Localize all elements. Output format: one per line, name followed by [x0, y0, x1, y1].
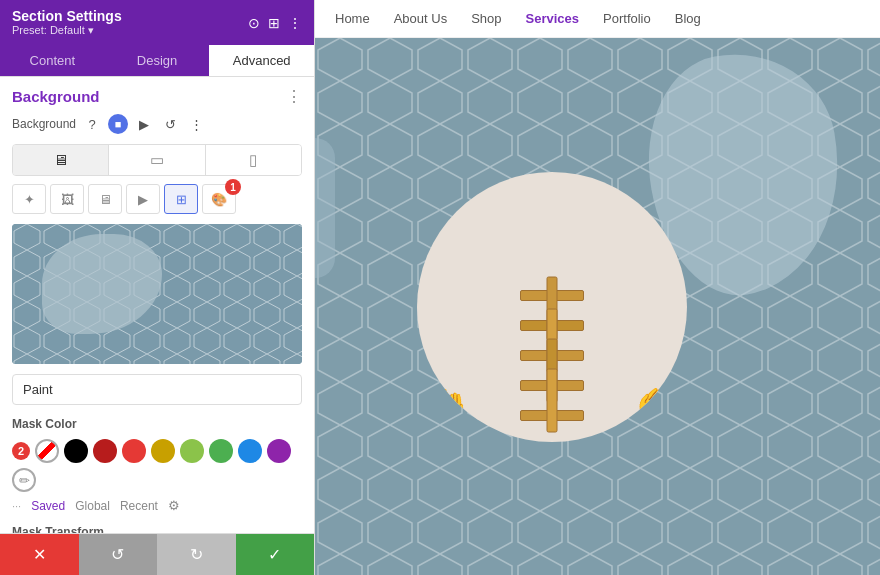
help-icon[interactable]: ?	[82, 114, 102, 134]
bg-type-selector: ✦ 🖼 🖥 ▶ ⊞ 🎨 1	[12, 184, 302, 214]
bg-type-classic[interactable]: ✦	[12, 184, 46, 214]
bottom-toolbar: ✕ ↺ ↻ ✓	[0, 533, 314, 575]
saved-link[interactable]: Saved	[31, 499, 65, 513]
device-desktop[interactable]: 🖥	[13, 145, 109, 175]
color-green[interactable]	[209, 439, 233, 463]
badge-2: 2	[12, 442, 30, 460]
background-header: Background ⋮	[12, 87, 302, 106]
color-purple[interactable]	[267, 439, 291, 463]
color-transparent[interactable]	[35, 439, 59, 463]
right-panel: Home About Us Shop Services Portfolio Bl…	[315, 0, 880, 575]
save-icon: ✓	[268, 545, 281, 564]
color-dark-red[interactable]	[93, 439, 117, 463]
mask-color-label: Mask Color	[12, 417, 302, 431]
mask-transform-label: Mask Transform	[12, 525, 302, 533]
tab-content[interactable]: Content	[0, 45, 105, 76]
color-indicator[interactable]: ■	[108, 114, 128, 134]
reset-icon[interactable]: ↺	[160, 114, 180, 134]
background-more-icon[interactable]: ⋮	[286, 87, 302, 106]
left-panel: Section Settings Preset: Default ▾ ⊙ ⊞ ⋮…	[0, 0, 315, 575]
header-icons: ⊙ ⊞ ⋮	[248, 15, 302, 31]
nav-shop[interactable]: Shop	[471, 11, 501, 26]
section-title: Section Settings	[12, 8, 122, 24]
cancel-button[interactable]: ✕	[0, 534, 79, 575]
background-preview	[12, 224, 302, 364]
device-mobile[interactable]: ▯	[206, 145, 301, 175]
dots-icon: ···	[12, 500, 21, 512]
settings-icon[interactable]: ⊙	[248, 15, 260, 31]
color-picker-icon[interactable]: ✏	[12, 468, 36, 492]
preview-content: 🤲 🤲	[315, 38, 880, 575]
badge-1: 1	[225, 179, 241, 195]
background-label: Background	[12, 117, 76, 131]
tab-advanced[interactable]: Advanced	[209, 45, 314, 76]
redo-icon: ↻	[190, 545, 203, 564]
bg-type-overlay[interactable]: 🎨 1	[202, 184, 236, 214]
background-title: Background	[12, 88, 100, 105]
background-controls: Background ? ■ ▶ ↺ ⋮	[12, 114, 302, 134]
nav-blog[interactable]: Blog	[675, 11, 701, 26]
nav-portfolio[interactable]: Portfolio	[603, 11, 651, 26]
ctrl-more-icon[interactable]: ⋮	[186, 114, 206, 134]
bg-type-slideshow[interactable]: 🖥	[88, 184, 122, 214]
tab-design[interactable]: Design	[105, 45, 210, 76]
panel-body: Background ⋮ Background ? ■ ▶ ↺ ⋮ 🖥 ▭ ▯ …	[0, 77, 314, 533]
color-black[interactable]	[64, 439, 88, 463]
saved-row: ··· Saved Global Recent ⚙	[12, 498, 302, 513]
nav-home[interactable]: Home	[335, 11, 370, 26]
bg-type-image[interactable]: 🖼	[50, 184, 84, 214]
cancel-icon: ✕	[33, 545, 46, 564]
color-blue[interactable]	[238, 439, 262, 463]
tab-bar: Content Design Advanced	[0, 45, 314, 77]
save-button[interactable]: ✓	[236, 534, 315, 575]
section-header: Section Settings Preset: Default ▾ ⊙ ⊞ ⋮	[0, 0, 314, 45]
redo-button[interactable]: ↻	[157, 534, 236, 575]
paint-select[interactable]: Paint None Blur Slide	[12, 374, 302, 405]
nav-services[interactable]: Services	[526, 11, 580, 26]
bg-type-pattern[interactable]: ⊞	[164, 184, 198, 214]
device-tablet[interactable]: ▭	[109, 145, 205, 175]
arrow-icon[interactable]: ▶	[134, 114, 154, 134]
color-yellow[interactable]	[151, 439, 175, 463]
layout-icon[interactable]: ⊞	[268, 15, 280, 31]
preset-label: Preset: Default ▾	[12, 24, 122, 37]
gear-icon[interactable]: ⚙	[168, 498, 180, 513]
color-light-green[interactable]	[180, 439, 204, 463]
top-nav: Home About Us Shop Services Portfolio Bl…	[315, 0, 880, 38]
undo-icon: ↺	[111, 545, 124, 564]
global-link[interactable]: Global	[75, 499, 110, 513]
color-swatches-row: 2 ✏	[12, 439, 302, 492]
device-selector: 🖥 ▭ ▯	[12, 144, 302, 176]
jenga-scene: 🤲 🤲	[417, 172, 687, 442]
undo-button[interactable]: ↺	[79, 534, 158, 575]
bg-type-video[interactable]: ▶	[126, 184, 160, 214]
color-red[interactable]	[122, 439, 146, 463]
recent-link[interactable]: Recent	[120, 499, 158, 513]
more-icon[interactable]: ⋮	[288, 15, 302, 31]
nav-about[interactable]: About Us	[394, 11, 447, 26]
paint-splash-left	[315, 138, 335, 278]
